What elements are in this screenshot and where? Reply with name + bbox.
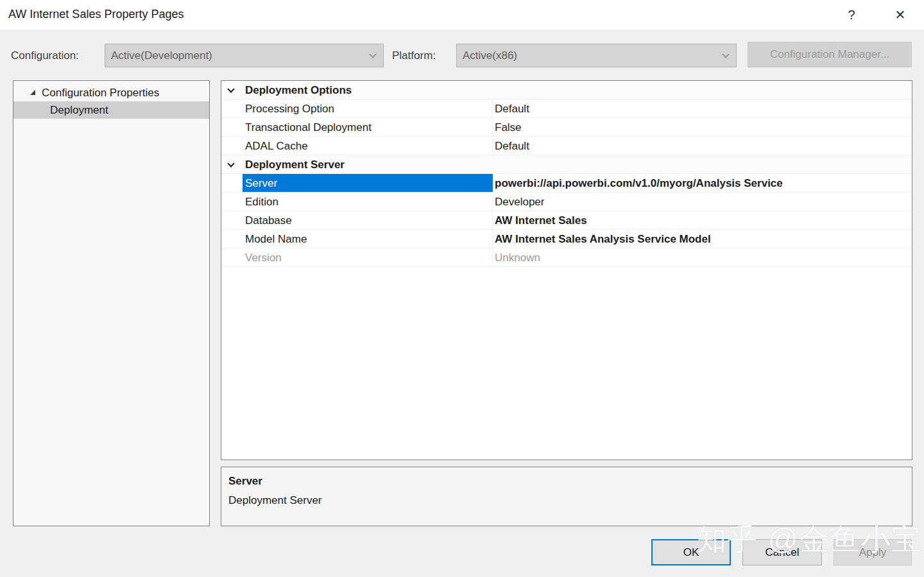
property-row-processing-option[interactable]: Processing Option Default xyxy=(221,99,912,118)
close-icon[interactable]: ✕ xyxy=(889,4,911,26)
configuration-label: Configuration: xyxy=(11,49,79,62)
group-value-spacer xyxy=(493,155,912,173)
configuration-dropdown-value: Active(Development) xyxy=(111,49,212,62)
chevron-down-icon xyxy=(369,51,376,58)
group-value-spacer xyxy=(493,81,912,99)
tree-node-label: Configuration Properties xyxy=(42,87,159,99)
property-row-model-name[interactable]: Model Name AW Internet Sales Analysis Se… xyxy=(221,230,912,248)
row-indent xyxy=(221,174,243,192)
tree-node-label: Deployment xyxy=(50,104,108,116)
property-value[interactable]: False xyxy=(493,118,912,136)
property-value[interactable]: Default xyxy=(493,99,912,117)
row-indent xyxy=(221,118,243,136)
property-value[interactable]: Default xyxy=(493,137,912,155)
property-name[interactable]: ADAL Cache xyxy=(243,137,493,155)
platform-dropdown-value: Active(x86) xyxy=(463,49,517,62)
chevron-down-icon xyxy=(227,160,234,167)
property-name[interactable]: Transactional Deployment xyxy=(243,118,493,136)
tree-node-configuration-properties[interactable]: Configuration Properties xyxy=(13,84,209,101)
property-value[interactable]: AW Internet Sales xyxy=(493,211,912,229)
row-indent xyxy=(221,230,243,248)
chevron-down-icon xyxy=(227,85,234,92)
title-bar: AW Internet Sales Property Pages ? ✕ xyxy=(0,0,924,30)
configuration-manager-button[interactable]: Configuration Manager... xyxy=(748,42,912,67)
property-value[interactable]: AW Internet Sales Analysis Service Model xyxy=(493,230,912,248)
group-label: Deployment Server xyxy=(243,155,493,173)
property-row-server[interactable]: Server powerbi://api.powerbi.com/v1.0/my… xyxy=(221,174,912,193)
property-name[interactable]: Processing Option xyxy=(243,99,493,117)
group-expander[interactable] xyxy=(221,155,243,173)
apply-button[interactable]: Apply xyxy=(834,539,912,565)
configuration-tree-panel: Configuration Properties Deployment xyxy=(13,80,210,526)
tree-expanded-icon[interactable] xyxy=(30,90,35,95)
description-text: Deployment Server xyxy=(228,494,912,507)
property-value[interactable]: Unknown xyxy=(493,248,912,266)
row-indent xyxy=(221,211,243,229)
property-name[interactable]: Server xyxy=(243,174,493,192)
ok-button[interactable]: OK xyxy=(651,539,731,565)
row-indent xyxy=(221,193,243,211)
property-row-transactional-deployment[interactable]: Transactional Deployment False xyxy=(221,118,912,137)
row-indent xyxy=(221,99,243,117)
property-name[interactable]: Model Name xyxy=(243,230,493,248)
property-name[interactable]: Database xyxy=(243,211,493,229)
property-grid: Deployment Options Processing Option Def… xyxy=(221,80,912,460)
property-pages-dialog: AW Internet Sales Property Pages ? ✕ Con… xyxy=(0,0,924,577)
description-panel: Server Deployment Server xyxy=(221,467,912,526)
property-value[interactable]: powerbi://api.powerbi.com/v1.0/myorg/Ana… xyxy=(493,174,912,192)
property-value[interactable]: Developer xyxy=(493,193,912,211)
chevron-down-icon xyxy=(722,51,729,58)
group-expander[interactable] xyxy=(221,81,243,99)
tree-node-deployment[interactable]: Deployment xyxy=(13,101,209,119)
platform-dropdown[interactable]: Active(x86) xyxy=(456,44,737,67)
configuration-dropdown[interactable]: Active(Development) xyxy=(105,44,384,67)
property-row-version[interactable]: Version Unknown xyxy=(221,248,912,267)
property-row-adal-cache[interactable]: ADAL Cache Default xyxy=(221,137,912,155)
property-name[interactable]: Version xyxy=(243,248,493,266)
group-label: Deployment Options xyxy=(243,81,493,99)
group-row-deployment-options[interactable]: Deployment Options xyxy=(221,81,912,99)
platform-label: Platform: xyxy=(392,49,436,62)
dialog-title: AW Internet Sales Property Pages xyxy=(8,8,184,21)
row-indent xyxy=(221,248,243,266)
property-row-database[interactable]: Database AW Internet Sales xyxy=(221,211,912,230)
property-row-edition[interactable]: Edition Developer xyxy=(221,193,912,211)
row-indent xyxy=(221,137,243,155)
help-icon[interactable]: ? xyxy=(841,4,862,26)
property-name[interactable]: Edition xyxy=(243,193,493,211)
description-title: Server xyxy=(228,475,912,488)
cancel-button[interactable]: Cancel xyxy=(742,539,822,565)
group-row-deployment-server[interactable]: Deployment Server xyxy=(221,155,912,174)
